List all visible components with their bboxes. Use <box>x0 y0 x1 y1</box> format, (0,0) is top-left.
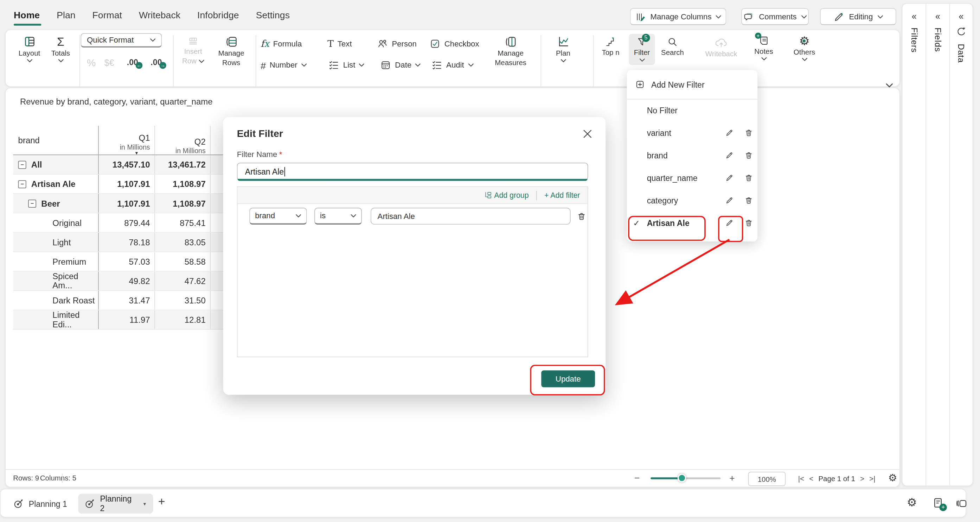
add-document-icon[interactable]: + <box>932 496 945 509</box>
copies-layers-icon[interactable] <box>955 496 968 509</box>
add-group-button[interactable]: Add group <box>484 191 529 200</box>
table-row[interactable]: −All13,457.1013,461.721 <box>13 155 234 175</box>
manage-rows-button[interactable]: Manage Rows <box>212 35 251 67</box>
table-row[interactable]: Dark Roast31.4731.50 <box>13 291 234 310</box>
checkbox-column-button[interactable]: Checkbox <box>430 36 479 51</box>
layout-button[interactable]: Layout <box>14 35 44 63</box>
manage-measures-button[interactable]: Manage Measures <box>488 35 533 67</box>
others-button[interactable]: ⚙ Others <box>788 35 820 62</box>
column-header-brand[interactable]: brand <box>13 126 99 155</box>
expand-panel-icon[interactable]: « <box>959 11 964 21</box>
zoom-in-button[interactable]: + <box>729 473 735 483</box>
first-page-button[interactable]: |< <box>798 474 804 482</box>
table-row[interactable]: Premium57.0358.58 <box>13 252 234 271</box>
delete-trash-icon[interactable] <box>745 218 753 227</box>
edit-pencil-icon[interactable] <box>725 196 734 204</box>
filter-name-input[interactable]: Artisan Ale <box>237 163 588 180</box>
expand-panel-icon[interactable]: « <box>912 11 917 21</box>
menu-settings[interactable]: Settings <box>256 10 290 20</box>
person-column-button[interactable]: Person <box>377 36 417 51</box>
collapse-expander-icon[interactable]: − <box>18 161 26 169</box>
table-row[interactable]: Limited Edi...11.9712.81 <box>13 310 234 330</box>
audit-list-icon <box>431 59 442 71</box>
collapse-expander-icon[interactable]: − <box>28 199 36 208</box>
row-label-cell: Spiced Am... <box>13 271 99 290</box>
data-panel-strip[interactable]: « Data <box>949 4 972 486</box>
date-column-button[interactable]: Date <box>380 58 421 73</box>
filter-item-label: brand <box>647 150 668 160</box>
number-column-button[interactable]: # Number <box>261 58 307 73</box>
table-row[interactable]: −Beer1,107.911,108.97 <box>13 194 234 213</box>
menu-writeback[interactable]: Writeback <box>139 10 180 20</box>
manage-columns-button[interactable]: Manage Columns <box>630 8 727 25</box>
delete-trash-icon[interactable] <box>745 128 753 137</box>
table-row[interactable]: Spiced Am...49.8247.62 <box>13 271 234 291</box>
search-button[interactable]: Search <box>657 36 687 57</box>
condition-value-input[interactable]: Artisan Ale <box>371 208 571 225</box>
add-new-filter-item[interactable]: Add New Filter <box>627 74 757 95</box>
tab-planning-1[interactable]: Planning 1 <box>13 494 67 513</box>
filters-panel-strip[interactable]: « Filters <box>903 4 926 486</box>
edit-pencil-icon[interactable] <box>725 128 734 137</box>
delete-trash-icon[interactable] <box>745 173 753 182</box>
zoom-slider[interactable] <box>651 477 721 479</box>
condition-operator-select[interactable]: is <box>314 208 362 225</box>
edit-pencil-icon[interactable] <box>725 173 734 182</box>
collapse-expander-icon[interactable]: − <box>18 180 26 188</box>
zoom-level[interactable]: 100% <box>748 472 786 486</box>
add-filter-button[interactable]: + Add filter <box>544 191 580 200</box>
column-header-q1[interactable]: Q1 in Millions ▼ <box>99 126 155 155</box>
filter-item-variant[interactable]: variant <box>627 121 757 144</box>
top-n-button[interactable]: Top n <box>597 36 624 57</box>
totals-button[interactable]: Σ Totals <box>46 35 76 63</box>
table-row[interactable]: Original879.44875.41 <box>13 213 234 233</box>
audit-column-button[interactable]: Audit <box>431 58 473 73</box>
list-column-button[interactable]: List <box>328 58 364 73</box>
tab-planning-2-active[interactable]: Planning 2 ▼ <box>78 493 153 514</box>
table-row[interactable]: −Artisan Ale1,107.911,108.97 <box>13 175 234 194</box>
fields-panel-label: Fields <box>933 27 943 52</box>
filter-item-no-filter[interactable]: No Filter <box>627 99 757 121</box>
text-column-button[interactable]: T Text <box>328 36 352 51</box>
decrease-decimals-button[interactable]: .00← <box>127 58 138 67</box>
close-icon[interactable] <box>583 129 592 138</box>
editing-mode-button[interactable]: Editing <box>820 8 896 25</box>
edit-pencil-icon[interactable] <box>725 151 734 160</box>
notes-button[interactable]: + Notes <box>749 35 778 61</box>
currency-format-button[interactable]: $€ <box>105 58 114 67</box>
increase-decimals-button[interactable]: .00→ <box>151 58 162 67</box>
menu-format[interactable]: Format <box>92 10 122 20</box>
row-label-cell: −Artisan Ale <box>13 175 99 193</box>
column-header-q2[interactable]: Q2 in Millions <box>155 126 211 155</box>
quick-format-select[interactable]: Quick Format <box>81 33 162 48</box>
tab-menu-icon[interactable]: ▼ <box>142 501 146 506</box>
previous-page-button[interactable]: < <box>809 474 813 482</box>
fields-panel-strip[interactable]: « Fields <box>926 4 949 486</box>
percent-format-button[interactable]: % <box>87 58 95 69</box>
zoom-slider-thumb[interactable] <box>678 474 686 482</box>
filter-item-brand[interactable]: brand <box>627 144 757 166</box>
filter-item-quarter-name[interactable]: quarter_name <box>627 166 757 189</box>
chevron-down-icon <box>27 59 32 63</box>
delete-trash-icon[interactable] <box>745 151 753 160</box>
filter-item-category[interactable]: category <box>627 189 757 212</box>
comments-button[interactable]: Comments <box>741 8 809 25</box>
table-row[interactable]: Light78.1883.05 <box>13 233 234 252</box>
delete-condition-trash-icon[interactable] <box>577 212 586 220</box>
menu-home[interactable]: Home <box>14 10 40 20</box>
pager: |< < Page 1 of 1 > >| <box>798 470 875 487</box>
filter-button[interactable]: 5 Filter <box>629 34 655 65</box>
zoom-out-button[interactable]: − <box>634 473 640 483</box>
add-sheet-button[interactable]: + <box>158 495 165 509</box>
refresh-icon[interactable] <box>955 26 967 38</box>
target-icon <box>13 498 24 509</box>
menu-infobridge[interactable]: Infobridge <box>197 10 239 20</box>
next-page-button[interactable]: > <box>860 474 864 482</box>
expand-panel-icon[interactable]: « <box>935 11 940 21</box>
last-page-button[interactable]: >| <box>869 474 875 482</box>
condition-field-select[interactable]: brand <box>249 208 307 225</box>
menu-plan[interactable]: Plan <box>57 10 75 20</box>
formula-column-button[interactable]: fx Formula <box>261 36 302 51</box>
delete-trash-icon[interactable] <box>745 196 753 204</box>
plan-button[interactable]: Plan <box>546 35 581 63</box>
